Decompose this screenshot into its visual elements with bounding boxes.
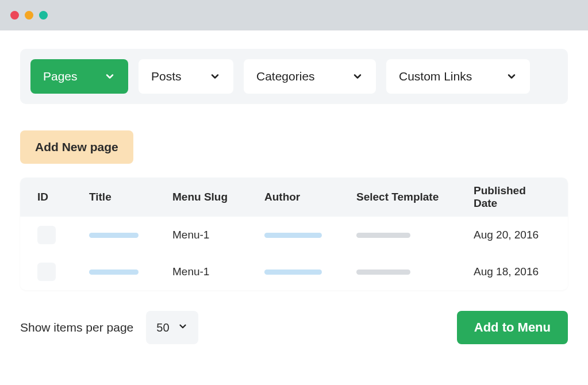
table-row: Menu-1 Aug 20, 2016 xyxy=(20,217,568,253)
cell-select-template xyxy=(356,233,471,238)
cell-select-template xyxy=(356,270,471,275)
row-checkbox[interactable] xyxy=(37,263,56,281)
placeholder-bar xyxy=(89,233,139,238)
col-header-id: ID xyxy=(37,191,89,203)
tabs-bar: Pages Posts Categories Custom Links xyxy=(20,49,568,104)
placeholder-bar xyxy=(264,270,322,275)
cell-published-date: Aug 20, 2016 xyxy=(471,229,551,241)
items-per-page-label: Show items per page xyxy=(20,321,133,334)
window-chrome xyxy=(0,0,588,30)
cell-id xyxy=(37,263,89,281)
tab-posts[interactable]: Posts xyxy=(139,59,233,94)
col-header-title: Title xyxy=(89,191,172,203)
items-per-page-value: 50 xyxy=(156,321,169,334)
chevron-down-icon xyxy=(352,71,363,82)
tab-categories[interactable]: Categories xyxy=(244,59,376,94)
cell-id xyxy=(37,226,89,244)
chevron-down-icon xyxy=(178,321,188,334)
cell-title xyxy=(89,270,172,275)
window-minimize-dot[interactable] xyxy=(25,11,33,20)
col-header-menu-slug: Menu Slug xyxy=(172,191,264,203)
add-to-menu-button[interactable]: Add to Menu xyxy=(457,311,568,344)
tab-pages-label: Pages xyxy=(43,70,78,83)
add-new-page-label: Add New page xyxy=(35,140,118,154)
tab-categories-label: Categories xyxy=(256,70,315,83)
chevron-down-icon xyxy=(104,71,116,82)
placeholder-bar xyxy=(264,233,322,238)
cell-menu-slug: Menu-1 xyxy=(172,229,264,241)
cell-published-date: Aug 18, 2016 xyxy=(471,265,551,278)
window-maximize-dot[interactable] xyxy=(39,11,48,20)
cell-author xyxy=(264,233,356,238)
content-area: Pages Posts Categories Custom Links Add … xyxy=(0,30,588,344)
cell-title xyxy=(89,233,172,238)
chevron-down-icon xyxy=(209,71,221,82)
tab-custom-links[interactable]: Custom Links xyxy=(386,59,530,94)
row-checkbox[interactable] xyxy=(37,226,56,244)
col-header-published-date: Published Date xyxy=(471,184,551,210)
items-per-page-select[interactable]: 50 xyxy=(146,311,198,344)
pagination-control: Show items per page 50 xyxy=(20,311,198,344)
col-header-author: Author xyxy=(264,191,356,203)
pages-table: ID Title Menu Slug Author Select Templat… xyxy=(20,178,568,290)
window-close-dot[interactable] xyxy=(10,11,19,20)
cell-author xyxy=(264,270,356,275)
add-to-menu-label: Add to Menu xyxy=(474,320,551,335)
cell-menu-slug: Menu-1 xyxy=(172,265,264,278)
add-new-page-button[interactable]: Add New page xyxy=(20,130,133,164)
chevron-down-icon xyxy=(506,71,517,82)
placeholder-bar xyxy=(356,270,410,275)
placeholder-bar xyxy=(356,233,410,238)
table-footer: Show items per page 50 Add to Menu xyxy=(20,311,568,344)
tab-custom-links-label: Custom Links xyxy=(399,70,472,83)
table-header-row: ID Title Menu Slug Author Select Templat… xyxy=(20,178,568,217)
table-row: Menu-1 Aug 18, 2016 xyxy=(20,253,568,290)
placeholder-bar xyxy=(89,270,139,275)
tab-pages[interactable]: Pages xyxy=(30,59,128,94)
tab-posts-label: Posts xyxy=(151,70,182,83)
col-header-select-template: Select Template xyxy=(356,191,471,203)
